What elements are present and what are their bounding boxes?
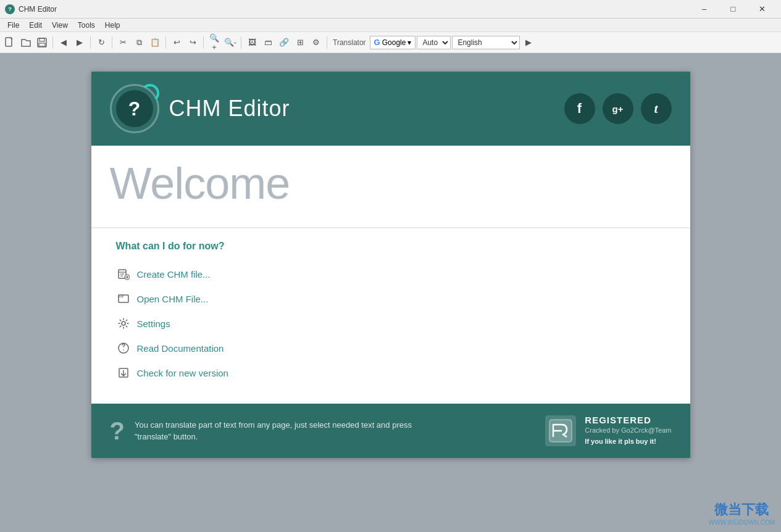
twitter-button[interactable]: t [641,93,672,124]
window-controls: – □ ✕ [690,0,776,19]
footer-tip: You can translate part of text from any … [135,419,443,443]
create-chm-action[interactable]: Create CHM file... [116,262,666,286]
watermark: 微当下载 WWW.WEIDOWN.COM [709,501,775,526]
zoom-in-button[interactable]: 🔍+ [207,35,222,50]
toolbar-separator-3 [112,36,112,49]
refresh-button[interactable]: ↻ [94,35,109,50]
update-icon [116,365,131,380]
actions-title: What can I do for now? [116,241,666,252]
toolbar-separator-4 [165,36,166,49]
registered-crack: Cracked by Go2Crck@Team [585,425,671,436]
menu-view[interactable]: View [47,20,73,31]
open-chm-icon [116,291,131,306]
google-dropdown-icon: ▾ [407,38,411,47]
close-button[interactable]: ✕ [748,0,776,19]
header-app-title: CHM Editor [169,96,290,122]
docs-label: Read Documentation [137,343,224,354]
googleplus-button[interactable]: g+ [603,93,633,124]
card-welcome: Welcome [91,146,690,228]
toolbar-separator-2 [90,36,91,49]
social-icons: f g+ t [564,93,672,124]
back-button[interactable]: ◀ [56,35,71,50]
logo-arc [141,84,159,102]
settings-icon [116,316,131,331]
svg-point-14 [119,343,128,353]
header-left: ? CHM Editor [110,84,290,133]
footer-right: REGISTERED Cracked by Go2Crck@Team If yo… [545,415,671,447]
footer-left: ? You can translate part of text from an… [110,417,443,445]
registered-info: REGISTERED Cracked by Go2Crck@Team If yo… [585,415,671,447]
card-header: ? CHM Editor f g+ t [91,72,690,146]
new-button[interactable] [2,35,17,50]
menu-bar: File Edit View Tools Help [0,19,781,32]
svg-rect-12 [119,295,123,297]
app-icon: ? [5,4,15,14]
google-badge: G Google ▾ [370,36,416,49]
welcome-heading: Welcome [110,158,672,209]
facebook-button[interactable]: f [564,93,595,124]
settings-action[interactable]: Settings [116,311,666,336]
docs-icon [116,341,131,355]
svg-rect-3 [39,43,45,46]
registered-title: REGISTERED [585,415,671,425]
google-label: Google [382,38,406,47]
translate-go-button[interactable]: ▶ [521,35,536,50]
auto-language-select[interactable]: Auto [417,36,451,49]
google-g-icon: G [374,38,380,47]
settings-tb-button[interactable]: ⚙ [309,35,324,50]
image2-button[interactable]: 🗃 [261,35,275,50]
open-chm-label: Open CHM File... [137,294,209,304]
svg-rect-11 [119,295,128,302]
card-actions: What can I do for now? Create CHM file..… [91,228,690,404]
logo-question-mark: ? [128,98,141,120]
forward-button[interactable]: ▶ [72,35,87,50]
settings-label: Settings [137,318,170,329]
title-bar-left: ? CHM Editor [5,4,57,14]
welcome-card: ? CHM Editor f g+ t Welcome What can I d… [91,72,690,458]
watermark-cn-text: 微当下载 [709,501,775,519]
create-chm-icon [116,267,131,281]
watermark-url: WWW.WEIDOWN.COM [709,519,775,526]
redo-button[interactable]: ↪ [185,35,200,50]
svg-rect-0 [6,38,12,46]
app-title: CHM Editor [19,5,57,14]
registered-logo [545,415,576,446]
save-button[interactable] [35,35,49,50]
card-footer: ? You can translate part of text from an… [91,404,690,458]
toolbar-separator-5 [203,36,204,49]
undo-button[interactable]: ↩ [169,35,184,50]
restore-button[interactable]: □ [719,0,747,19]
docs-action[interactable]: Read Documentation [116,336,666,360]
toolbar-separator-1 [52,36,53,49]
content-area: ? CHM Editor f g+ t Welcome What can I d… [0,53,781,532]
minimize-button[interactable]: – [690,0,718,19]
toolbar-separator-6 [241,36,241,49]
toolbar-separator-7 [327,36,327,49]
toolbar: ◀ ▶ ↻ ✂ ⧉ 📋 ↩ ↪ 🔍+ 🔍- 🖼 🗃 🔗 ⊞ ⚙ Translat… [0,32,781,53]
cut-button[interactable]: ✂ [115,35,130,50]
update-action[interactable]: Check for new version [116,360,666,385]
menu-tools[interactable]: Tools [73,20,100,31]
link-button[interactable]: 🔗 [277,35,291,50]
registered-note: If you like it pls buy it! [585,436,671,447]
target-language-select[interactable]: English [452,36,520,49]
paste-button[interactable]: 📋 [148,35,162,50]
zoom-out-button[interactable]: 🔍- [223,35,238,50]
translator-label: Translator [333,38,366,47]
open-chm-action[interactable]: Open CHM File... [116,286,666,311]
image-button[interactable]: 🖼 [244,35,259,50]
title-bar: ? CHM Editor – □ ✕ [0,0,781,19]
update-label: Check for new version [137,368,228,378]
open-button[interactable] [19,35,33,50]
logo-circle: ? [110,84,159,133]
menu-help[interactable]: Help [100,20,125,31]
table-button[interactable]: ⊞ [293,35,307,50]
svg-point-13 [122,322,125,325]
svg-point-15 [123,349,124,351]
copy-button[interactable]: ⧉ [132,35,146,50]
menu-file[interactable]: File [2,20,24,31]
create-chm-label: Create CHM file... [137,269,211,280]
menu-edit[interactable]: Edit [24,20,47,31]
footer-question-mark: ? [110,417,125,445]
